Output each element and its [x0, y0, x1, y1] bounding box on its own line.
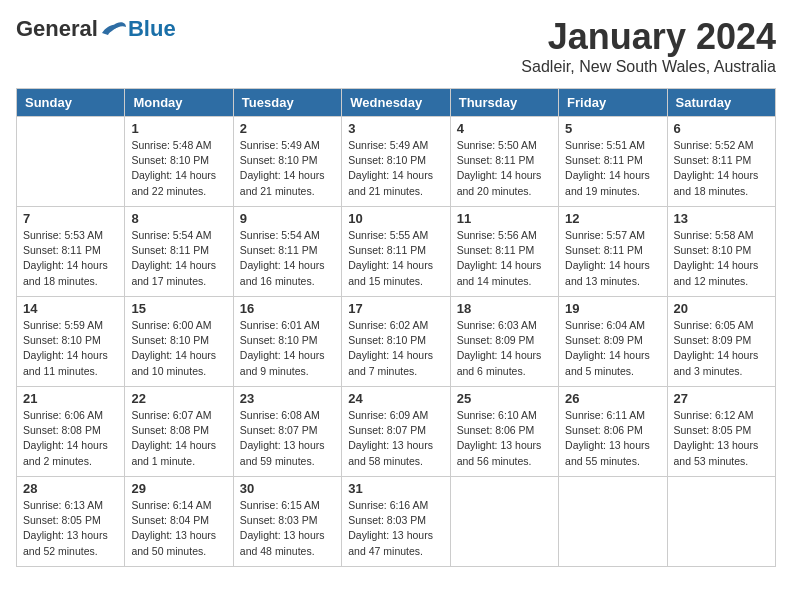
day-info: Sunrise: 6:15 AMSunset: 8:03 PMDaylight:…: [240, 498, 335, 559]
day-number: 27: [674, 391, 769, 406]
calendar-cell: [559, 477, 667, 567]
weekday-header-friday: Friday: [559, 89, 667, 117]
day-info: Sunrise: 6:00 AMSunset: 8:10 PMDaylight:…: [131, 318, 226, 379]
calendar-cell: 7Sunrise: 5:53 AMSunset: 8:11 PMDaylight…: [17, 207, 125, 297]
week-row-2: 7Sunrise: 5:53 AMSunset: 8:11 PMDaylight…: [17, 207, 776, 297]
day-info: Sunrise: 5:49 AMSunset: 8:10 PMDaylight:…: [240, 138, 335, 199]
calendar-cell: 20Sunrise: 6:05 AMSunset: 8:09 PMDayligh…: [667, 297, 775, 387]
day-number: 10: [348, 211, 443, 226]
calendar-cell: 8Sunrise: 5:54 AMSunset: 8:11 PMDaylight…: [125, 207, 233, 297]
weekday-header-sunday: Sunday: [17, 89, 125, 117]
calendar-cell: 6Sunrise: 5:52 AMSunset: 8:11 PMDaylight…: [667, 117, 775, 207]
calendar-cell: 25Sunrise: 6:10 AMSunset: 8:06 PMDayligh…: [450, 387, 558, 477]
day-info: Sunrise: 6:03 AMSunset: 8:09 PMDaylight:…: [457, 318, 552, 379]
calendar-cell: [17, 117, 125, 207]
calendar-cell: 3Sunrise: 5:49 AMSunset: 8:10 PMDaylight…: [342, 117, 450, 207]
calendar-cell: [450, 477, 558, 567]
day-number: 14: [23, 301, 118, 316]
calendar-cell: 24Sunrise: 6:09 AMSunset: 8:07 PMDayligh…: [342, 387, 450, 477]
day-number: 29: [131, 481, 226, 496]
calendar-cell: 11Sunrise: 5:56 AMSunset: 8:11 PMDayligh…: [450, 207, 558, 297]
weekday-header-tuesday: Tuesday: [233, 89, 341, 117]
calendar-cell: 2Sunrise: 5:49 AMSunset: 8:10 PMDaylight…: [233, 117, 341, 207]
day-number: 18: [457, 301, 552, 316]
day-info: Sunrise: 5:49 AMSunset: 8:10 PMDaylight:…: [348, 138, 443, 199]
title-area: January 2024 Sadleir, New South Wales, A…: [521, 16, 776, 76]
day-number: 25: [457, 391, 552, 406]
day-info: Sunrise: 5:58 AMSunset: 8:10 PMDaylight:…: [674, 228, 769, 289]
day-info: Sunrise: 6:07 AMSunset: 8:08 PMDaylight:…: [131, 408, 226, 469]
calendar-cell: 30Sunrise: 6:15 AMSunset: 8:03 PMDayligh…: [233, 477, 341, 567]
day-info: Sunrise: 5:56 AMSunset: 8:11 PMDaylight:…: [457, 228, 552, 289]
logo: General Blue: [16, 16, 176, 42]
location-subtitle: Sadleir, New South Wales, Australia: [521, 58, 776, 76]
day-info: Sunrise: 5:59 AMSunset: 8:10 PMDaylight:…: [23, 318, 118, 379]
week-row-3: 14Sunrise: 5:59 AMSunset: 8:10 PMDayligh…: [17, 297, 776, 387]
calendar-cell: 10Sunrise: 5:55 AMSunset: 8:11 PMDayligh…: [342, 207, 450, 297]
calendar-cell: 16Sunrise: 6:01 AMSunset: 8:10 PMDayligh…: [233, 297, 341, 387]
calendar-cell: 21Sunrise: 6:06 AMSunset: 8:08 PMDayligh…: [17, 387, 125, 477]
day-number: 19: [565, 301, 660, 316]
day-info: Sunrise: 6:10 AMSunset: 8:06 PMDaylight:…: [457, 408, 552, 469]
day-number: 8: [131, 211, 226, 226]
week-row-5: 28Sunrise: 6:13 AMSunset: 8:05 PMDayligh…: [17, 477, 776, 567]
calendar-cell: 4Sunrise: 5:50 AMSunset: 8:11 PMDaylight…: [450, 117, 558, 207]
day-info: Sunrise: 6:13 AMSunset: 8:05 PMDaylight:…: [23, 498, 118, 559]
calendar-cell: 5Sunrise: 5:51 AMSunset: 8:11 PMDaylight…: [559, 117, 667, 207]
day-number: 22: [131, 391, 226, 406]
day-info: Sunrise: 6:14 AMSunset: 8:04 PMDaylight:…: [131, 498, 226, 559]
day-info: Sunrise: 5:55 AMSunset: 8:11 PMDaylight:…: [348, 228, 443, 289]
day-number: 9: [240, 211, 335, 226]
calendar-cell: 22Sunrise: 6:07 AMSunset: 8:08 PMDayligh…: [125, 387, 233, 477]
day-number: 20: [674, 301, 769, 316]
calendar-cell: 26Sunrise: 6:11 AMSunset: 8:06 PMDayligh…: [559, 387, 667, 477]
logo-general: General: [16, 16, 98, 42]
day-number: 2: [240, 121, 335, 136]
calendar-table: SundayMondayTuesdayWednesdayThursdayFrid…: [16, 88, 776, 567]
day-info: Sunrise: 6:01 AMSunset: 8:10 PMDaylight:…: [240, 318, 335, 379]
day-info: Sunrise: 6:05 AMSunset: 8:09 PMDaylight:…: [674, 318, 769, 379]
day-number: 3: [348, 121, 443, 136]
day-info: Sunrise: 6:04 AMSunset: 8:09 PMDaylight:…: [565, 318, 660, 379]
day-info: Sunrise: 5:48 AMSunset: 8:10 PMDaylight:…: [131, 138, 226, 199]
day-info: Sunrise: 6:11 AMSunset: 8:06 PMDaylight:…: [565, 408, 660, 469]
calendar-cell: 28Sunrise: 6:13 AMSunset: 8:05 PMDayligh…: [17, 477, 125, 567]
day-info: Sunrise: 6:16 AMSunset: 8:03 PMDaylight:…: [348, 498, 443, 559]
calendar-cell: 31Sunrise: 6:16 AMSunset: 8:03 PMDayligh…: [342, 477, 450, 567]
day-number: 17: [348, 301, 443, 316]
week-row-1: 1Sunrise: 5:48 AMSunset: 8:10 PMDaylight…: [17, 117, 776, 207]
weekday-header-saturday: Saturday: [667, 89, 775, 117]
day-number: 24: [348, 391, 443, 406]
week-row-4: 21Sunrise: 6:06 AMSunset: 8:08 PMDayligh…: [17, 387, 776, 477]
day-number: 12: [565, 211, 660, 226]
day-number: 4: [457, 121, 552, 136]
day-info: Sunrise: 6:06 AMSunset: 8:08 PMDaylight:…: [23, 408, 118, 469]
day-number: 30: [240, 481, 335, 496]
day-info: Sunrise: 5:52 AMSunset: 8:11 PMDaylight:…: [674, 138, 769, 199]
day-info: Sunrise: 6:12 AMSunset: 8:05 PMDaylight:…: [674, 408, 769, 469]
calendar-cell: 23Sunrise: 6:08 AMSunset: 8:07 PMDayligh…: [233, 387, 341, 477]
day-info: Sunrise: 6:09 AMSunset: 8:07 PMDaylight:…: [348, 408, 443, 469]
calendar-cell: 15Sunrise: 6:00 AMSunset: 8:10 PMDayligh…: [125, 297, 233, 387]
calendar-cell: 17Sunrise: 6:02 AMSunset: 8:10 PMDayligh…: [342, 297, 450, 387]
day-info: Sunrise: 5:54 AMSunset: 8:11 PMDaylight:…: [131, 228, 226, 289]
calendar-cell: 1Sunrise: 5:48 AMSunset: 8:10 PMDaylight…: [125, 117, 233, 207]
day-number: 13: [674, 211, 769, 226]
calendar-cell: 12Sunrise: 5:57 AMSunset: 8:11 PMDayligh…: [559, 207, 667, 297]
day-info: Sunrise: 5:51 AMSunset: 8:11 PMDaylight:…: [565, 138, 660, 199]
weekday-header-row: SundayMondayTuesdayWednesdayThursdayFrid…: [17, 89, 776, 117]
day-info: Sunrise: 5:50 AMSunset: 8:11 PMDaylight:…: [457, 138, 552, 199]
day-number: 31: [348, 481, 443, 496]
day-number: 6: [674, 121, 769, 136]
calendar-cell: 27Sunrise: 6:12 AMSunset: 8:05 PMDayligh…: [667, 387, 775, 477]
day-number: 28: [23, 481, 118, 496]
day-number: 7: [23, 211, 118, 226]
calendar-cell: [667, 477, 775, 567]
day-number: 16: [240, 301, 335, 316]
calendar-cell: 9Sunrise: 5:54 AMSunset: 8:11 PMDaylight…: [233, 207, 341, 297]
day-info: Sunrise: 5:54 AMSunset: 8:11 PMDaylight:…: [240, 228, 335, 289]
day-info: Sunrise: 5:57 AMSunset: 8:11 PMDaylight:…: [565, 228, 660, 289]
calendar-cell: 18Sunrise: 6:03 AMSunset: 8:09 PMDayligh…: [450, 297, 558, 387]
page-header: General Blue January 2024 Sadleir, New S…: [16, 16, 776, 76]
logo-bird-icon: [100, 19, 128, 39]
